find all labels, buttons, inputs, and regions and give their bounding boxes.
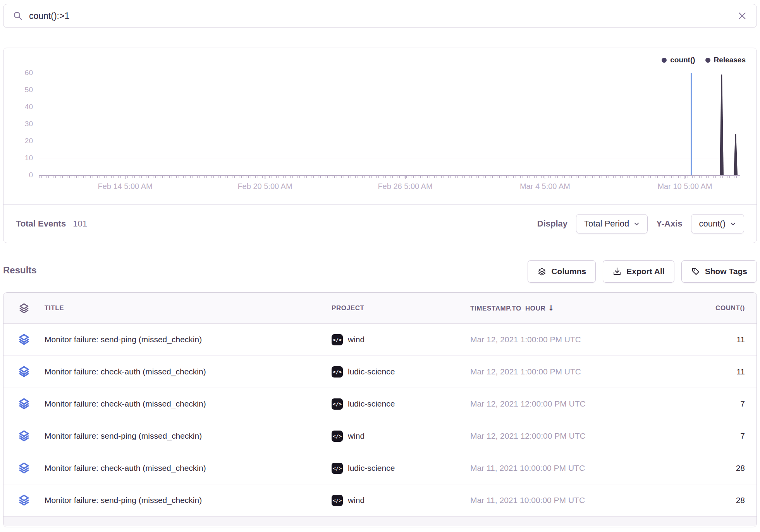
row-project[interactable]: </> ludic-science — [332, 366, 470, 378]
yaxis-dropdown[interactable]: count() — [691, 214, 744, 233]
stack-icon — [18, 302, 30, 314]
x-tick-label: Feb 14 5:00 AM — [98, 182, 152, 191]
yaxis-label: Y-Axis — [656, 219, 682, 229]
legend-dot-count — [662, 58, 667, 63]
table-row[interactable]: Monitor failure: check-auth (missed_chec… — [3, 388, 757, 420]
row-project[interactable]: </> wind — [332, 495, 470, 506]
legend-label-count: count() — [670, 56, 695, 64]
row-timestamp: Mar 11, 2021 10:00:00 PM UTC — [470, 463, 664, 473]
total-events-label: Total Events — [16, 219, 66, 229]
x-tick-label: Feb 26 5:00 AM — [378, 182, 432, 191]
stack-icon — [18, 366, 30, 378]
row-count: 7 — [664, 399, 757, 408]
y-tick: 60 — [25, 69, 33, 77]
chevron-down-icon — [634, 221, 640, 227]
chevron-down-icon — [730, 221, 736, 227]
display-dropdown-value: Total Period — [584, 219, 629, 229]
row-timestamp: Mar 11, 2021 10:00:00 PM UTC — [470, 496, 664, 505]
total-events-value: 101 — [73, 219, 87, 229]
project-name: ludic-science — [348, 367, 395, 376]
project-platform-icon: </> — [332, 334, 343, 345]
project-name: wind — [348, 496, 365, 505]
row-timestamp: Mar 12, 2021 1:00:00 PM UTC — [470, 335, 664, 344]
row-project[interactable]: </> ludic-science — [332, 463, 470, 474]
stack-icon — [18, 462, 30, 474]
table-row[interactable]: Monitor failure: check-auth (missed_chec… — [3, 356, 757, 388]
column-header-timestamp[interactable]: TIMESTAMP.TO_HOUR↓ — [470, 304, 664, 312]
row-timestamp: Mar 12, 2021 12:00:00 PM UTC — [470, 399, 664, 408]
y-tick: 20 — [25, 137, 33, 145]
stack-icon — [18, 333, 30, 346]
project-platform-icon: </> — [332, 431, 343, 442]
stack-icon — [18, 398, 30, 410]
tag-icon — [691, 267, 700, 276]
table-header-row: TITLE PROJECT TIMESTAMP.TO_HOUR↓ COUNT() — [3, 293, 757, 324]
row-project[interactable]: </> wind — [332, 431, 470, 442]
row-count: 28 — [664, 496, 757, 505]
columns-button[interactable]: Columns — [528, 260, 596, 283]
column-header-title[interactable]: TITLE — [45, 304, 332, 312]
project-name: wind — [348, 335, 365, 344]
row-count: 11 — [664, 335, 757, 344]
chart-legend: count() Releases — [662, 56, 746, 64]
row-project[interactable]: </> ludic-science — [332, 398, 470, 410]
columns-layers-icon — [537, 267, 547, 276]
stack-icon — [18, 430, 30, 442]
row-title[interactable]: Monitor failure: send-ping (missed_check… — [45, 431, 332, 441]
legend-dot-releases — [705, 58, 710, 63]
export-all-button-label: Export All — [626, 267, 664, 276]
y-tick: 30 — [25, 120, 33, 128]
row-title[interactable]: Monitor failure: check-auth (missed_chec… — [45, 463, 332, 473]
x-axis-tick — [125, 176, 126, 179]
chart-series-svg — [39, 73, 740, 176]
row-timestamp: Mar 12, 2021 1:00:00 PM UTC — [470, 367, 664, 376]
x-tick-label: Mar 10 5:00 AM — [657, 182, 712, 191]
column-header-project[interactable]: PROJECT — [332, 304, 470, 312]
table-row[interactable]: Monitor failure: send-ping (missed_check… — [3, 420, 757, 452]
row-title[interactable]: Monitor failure: check-auth (missed_chec… — [45, 399, 332, 408]
display-label: Display — [537, 219, 567, 229]
row-timestamp: Mar 12, 2021 12:00:00 PM UTC — [470, 431, 664, 441]
y-tick: 0 — [29, 171, 33, 179]
table-footer — [3, 517, 757, 526]
y-tick: 10 — [25, 154, 33, 162]
legend-item-releases[interactable]: Releases — [705, 56, 746, 64]
legend-label-releases: Releases — [714, 56, 746, 64]
project-name: wind — [348, 431, 365, 441]
chart-panel: count() Releases 60 50 40 30 20 10 0 Feb… — [3, 48, 757, 243]
display-dropdown[interactable]: Total Period — [576, 214, 648, 233]
show-tags-button[interactable]: Show Tags — [681, 260, 757, 283]
column-header-count[interactable]: COUNT() — [664, 304, 757, 312]
export-all-button[interactable]: Export All — [603, 260, 674, 283]
row-project[interactable]: </> wind — [332, 334, 470, 345]
results-actions: Columns Export All Show Tags — [528, 260, 757, 283]
y-tick: 50 — [25, 86, 33, 94]
search-input[interactable]: count():>1 — [29, 11, 737, 21]
search-icon — [13, 11, 23, 21]
row-title[interactable]: Monitor failure: send-ping (missed_check… — [45, 335, 332, 344]
row-count: 7 — [664, 431, 757, 441]
x-axis-tick — [405, 176, 406, 179]
project-platform-icon: </> — [332, 366, 343, 378]
show-tags-button-label: Show Tags — [705, 267, 747, 276]
table-row[interactable]: Monitor failure: send-ping (missed_check… — [3, 484, 757, 517]
stack-icon — [18, 494, 30, 506]
table-row[interactable]: Monitor failure: send-ping (missed_check… — [3, 324, 757, 356]
clear-search-icon[interactable] — [737, 11, 747, 21]
table-body: Monitor failure: send-ping (missed_check… — [3, 324, 757, 517]
row-count: 11 — [664, 367, 757, 376]
legend-item-count[interactable]: count() — [662, 56, 695, 64]
x-axis-minor-ticks — [39, 176, 740, 178]
results-heading: Results — [3, 265, 37, 276]
x-tick-label: Mar 4 5:00 AM — [520, 182, 570, 191]
row-title[interactable]: Monitor failure: send-ping (missed_check… — [45, 496, 332, 505]
project-name: ludic-science — [348, 463, 395, 473]
results-table: TITLE PROJECT TIMESTAMP.TO_HOUR↓ COUNT()… — [3, 292, 757, 527]
search-bar[interactable]: count():>1 — [3, 4, 757, 28]
row-title[interactable]: Monitor failure: check-auth (missed_chec… — [45, 367, 332, 376]
x-axis-tick — [545, 176, 545, 179]
table-row[interactable]: Monitor failure: check-auth (missed_chec… — [3, 452, 757, 484]
chart-plot-area: 60 50 40 30 20 10 0 — [39, 73, 740, 176]
download-icon — [612, 267, 622, 276]
project-platform-icon: </> — [332, 463, 343, 474]
